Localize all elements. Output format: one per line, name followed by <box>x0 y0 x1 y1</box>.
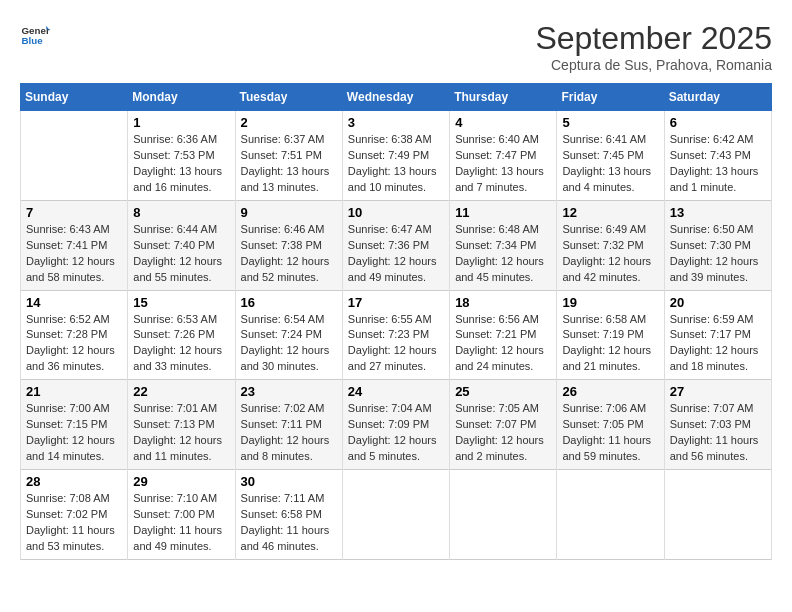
day-number: 2 <box>241 115 337 130</box>
calendar-cell: 22Sunrise: 7:01 AM Sunset: 7:13 PM Dayli… <box>128 380 235 470</box>
day-info: Sunrise: 6:44 AM Sunset: 7:40 PM Dayligh… <box>133 222 229 286</box>
day-info: Sunrise: 6:37 AM Sunset: 7:51 PM Dayligh… <box>241 132 337 196</box>
calendar-cell: 8Sunrise: 6:44 AM Sunset: 7:40 PM Daylig… <box>128 200 235 290</box>
day-number: 28 <box>26 474 122 489</box>
day-number: 27 <box>670 384 766 399</box>
calendar-table: SundayMondayTuesdayWednesdayThursdayFrid… <box>20 83 772 560</box>
month-title: September 2025 <box>535 20 772 57</box>
day-info: Sunrise: 7:02 AM Sunset: 7:11 PM Dayligh… <box>241 401 337 465</box>
day-number: 15 <box>133 295 229 310</box>
day-info: Sunrise: 6:47 AM Sunset: 7:36 PM Dayligh… <box>348 222 444 286</box>
calendar-cell: 1Sunrise: 6:36 AM Sunset: 7:53 PM Daylig… <box>128 111 235 201</box>
day-number: 1 <box>133 115 229 130</box>
day-number: 7 <box>26 205 122 220</box>
day-number: 3 <box>348 115 444 130</box>
day-info: Sunrise: 7:07 AM Sunset: 7:03 PM Dayligh… <box>670 401 766 465</box>
day-info: Sunrise: 6:38 AM Sunset: 7:49 PM Dayligh… <box>348 132 444 196</box>
weekday-header-wednesday: Wednesday <box>342 84 449 111</box>
calendar-cell: 14Sunrise: 6:52 AM Sunset: 7:28 PM Dayli… <box>21 290 128 380</box>
weekday-header-sunday: Sunday <box>21 84 128 111</box>
day-number: 23 <box>241 384 337 399</box>
calendar-cell: 3Sunrise: 6:38 AM Sunset: 7:49 PM Daylig… <box>342 111 449 201</box>
day-info: Sunrise: 6:56 AM Sunset: 7:21 PM Dayligh… <box>455 312 551 376</box>
calendar-week-row: 14Sunrise: 6:52 AM Sunset: 7:28 PM Dayli… <box>21 290 772 380</box>
day-info: Sunrise: 6:40 AM Sunset: 7:47 PM Dayligh… <box>455 132 551 196</box>
day-number: 11 <box>455 205 551 220</box>
day-number: 19 <box>562 295 658 310</box>
calendar-cell: 15Sunrise: 6:53 AM Sunset: 7:26 PM Dayli… <box>128 290 235 380</box>
day-info: Sunrise: 6:53 AM Sunset: 7:26 PM Dayligh… <box>133 312 229 376</box>
day-info: Sunrise: 6:59 AM Sunset: 7:17 PM Dayligh… <box>670 312 766 376</box>
day-info: Sunrise: 7:01 AM Sunset: 7:13 PM Dayligh… <box>133 401 229 465</box>
svg-text:General: General <box>22 25 51 36</box>
calendar-week-row: 1Sunrise: 6:36 AM Sunset: 7:53 PM Daylig… <box>21 111 772 201</box>
calendar-cell: 19Sunrise: 6:58 AM Sunset: 7:19 PM Dayli… <box>557 290 664 380</box>
day-info: Sunrise: 7:00 AM Sunset: 7:15 PM Dayligh… <box>26 401 122 465</box>
day-number: 18 <box>455 295 551 310</box>
day-info: Sunrise: 6:54 AM Sunset: 7:24 PM Dayligh… <box>241 312 337 376</box>
calendar-cell: 21Sunrise: 7:00 AM Sunset: 7:15 PM Dayli… <box>21 380 128 470</box>
logo-icon: General Blue <box>20 20 50 50</box>
day-info: Sunrise: 6:41 AM Sunset: 7:45 PM Dayligh… <box>562 132 658 196</box>
day-number: 5 <box>562 115 658 130</box>
weekday-header-thursday: Thursday <box>450 84 557 111</box>
day-number: 20 <box>670 295 766 310</box>
day-number: 25 <box>455 384 551 399</box>
weekday-header-friday: Friday <box>557 84 664 111</box>
calendar-cell: 24Sunrise: 7:04 AM Sunset: 7:09 PM Dayli… <box>342 380 449 470</box>
day-info: Sunrise: 6:49 AM Sunset: 7:32 PM Dayligh… <box>562 222 658 286</box>
logo: General Blue <box>20 20 50 50</box>
day-number: 10 <box>348 205 444 220</box>
day-info: Sunrise: 6:58 AM Sunset: 7:19 PM Dayligh… <box>562 312 658 376</box>
calendar-cell: 11Sunrise: 6:48 AM Sunset: 7:34 PM Dayli… <box>450 200 557 290</box>
calendar-week-row: 21Sunrise: 7:00 AM Sunset: 7:15 PM Dayli… <box>21 380 772 470</box>
day-number: 21 <box>26 384 122 399</box>
calendar-cell: 10Sunrise: 6:47 AM Sunset: 7:36 PM Dayli… <box>342 200 449 290</box>
day-info: Sunrise: 7:04 AM Sunset: 7:09 PM Dayligh… <box>348 401 444 465</box>
calendar-cell: 20Sunrise: 6:59 AM Sunset: 7:17 PM Dayli… <box>664 290 771 380</box>
weekday-header-monday: Monday <box>128 84 235 111</box>
day-info: Sunrise: 6:48 AM Sunset: 7:34 PM Dayligh… <box>455 222 551 286</box>
calendar-cell <box>450 470 557 560</box>
day-number: 8 <box>133 205 229 220</box>
day-info: Sunrise: 7:10 AM Sunset: 7:00 PM Dayligh… <box>133 491 229 555</box>
day-info: Sunrise: 6:52 AM Sunset: 7:28 PM Dayligh… <box>26 312 122 376</box>
calendar-cell: 16Sunrise: 6:54 AM Sunset: 7:24 PM Dayli… <box>235 290 342 380</box>
day-info: Sunrise: 7:11 AM Sunset: 6:58 PM Dayligh… <box>241 491 337 555</box>
day-number: 6 <box>670 115 766 130</box>
calendar-cell: 26Sunrise: 7:06 AM Sunset: 7:05 PM Dayli… <box>557 380 664 470</box>
day-number: 16 <box>241 295 337 310</box>
day-info: Sunrise: 6:42 AM Sunset: 7:43 PM Dayligh… <box>670 132 766 196</box>
calendar-week-row: 28Sunrise: 7:08 AM Sunset: 7:02 PM Dayli… <box>21 470 772 560</box>
day-number: 22 <box>133 384 229 399</box>
day-info: Sunrise: 7:08 AM Sunset: 7:02 PM Dayligh… <box>26 491 122 555</box>
calendar-cell: 6Sunrise: 6:42 AM Sunset: 7:43 PM Daylig… <box>664 111 771 201</box>
day-info: Sunrise: 6:36 AM Sunset: 7:53 PM Dayligh… <box>133 132 229 196</box>
day-info: Sunrise: 6:43 AM Sunset: 7:41 PM Dayligh… <box>26 222 122 286</box>
title-block: September 2025 Ceptura de Sus, Prahova, … <box>535 20 772 73</box>
calendar-cell: 30Sunrise: 7:11 AM Sunset: 6:58 PM Dayli… <box>235 470 342 560</box>
day-number: 24 <box>348 384 444 399</box>
calendar-cell: 9Sunrise: 6:46 AM Sunset: 7:38 PM Daylig… <box>235 200 342 290</box>
day-info: Sunrise: 7:05 AM Sunset: 7:07 PM Dayligh… <box>455 401 551 465</box>
calendar-cell: 25Sunrise: 7:05 AM Sunset: 7:07 PM Dayli… <box>450 380 557 470</box>
calendar-cell: 28Sunrise: 7:08 AM Sunset: 7:02 PM Dayli… <box>21 470 128 560</box>
calendar-cell: 27Sunrise: 7:07 AM Sunset: 7:03 PM Dayli… <box>664 380 771 470</box>
calendar-cell: 12Sunrise: 6:49 AM Sunset: 7:32 PM Dayli… <box>557 200 664 290</box>
weekday-header-row: SundayMondayTuesdayWednesdayThursdayFrid… <box>21 84 772 111</box>
day-number: 12 <box>562 205 658 220</box>
day-number: 14 <box>26 295 122 310</box>
calendar-cell: 23Sunrise: 7:02 AM Sunset: 7:11 PM Dayli… <box>235 380 342 470</box>
calendar-cell: 18Sunrise: 6:56 AM Sunset: 7:21 PM Dayli… <box>450 290 557 380</box>
calendar-week-row: 7Sunrise: 6:43 AM Sunset: 7:41 PM Daylig… <box>21 200 772 290</box>
calendar-cell: 2Sunrise: 6:37 AM Sunset: 7:51 PM Daylig… <box>235 111 342 201</box>
weekday-header-tuesday: Tuesday <box>235 84 342 111</box>
day-number: 9 <box>241 205 337 220</box>
day-number: 29 <box>133 474 229 489</box>
day-number: 4 <box>455 115 551 130</box>
calendar-cell <box>342 470 449 560</box>
day-number: 26 <box>562 384 658 399</box>
calendar-cell <box>557 470 664 560</box>
calendar-cell: 13Sunrise: 6:50 AM Sunset: 7:30 PM Dayli… <box>664 200 771 290</box>
calendar-cell: 5Sunrise: 6:41 AM Sunset: 7:45 PM Daylig… <box>557 111 664 201</box>
